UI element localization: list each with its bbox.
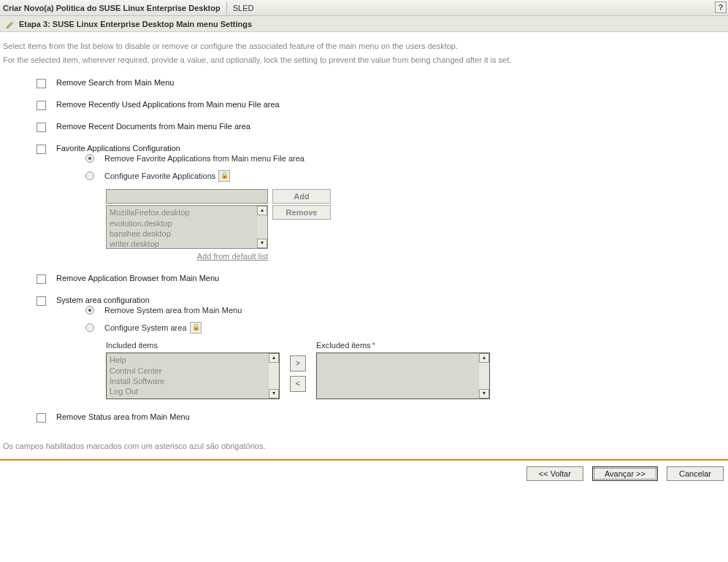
step-title: Etapa 3: SUSE Linux Enterprise Desktop M…	[19, 20, 252, 28]
list-item[interactable]: Control Center	[110, 366, 266, 376]
scroll-down-icon[interactable]: ▾	[269, 389, 279, 399]
lock-icon[interactable]	[218, 170, 230, 182]
fav-app-input[interactable]	[106, 189, 268, 204]
label-fav-remove: Remove Favorite Applications from Main m…	[104, 154, 304, 163]
label-remove-search: Remove Search from Main Menu	[56, 78, 174, 87]
required-asterisk: *	[372, 341, 375, 350]
label-sys-config: System area configuration	[56, 296, 150, 304]
back-button[interactable]: << Voltar	[526, 466, 583, 481]
cancel-button[interactable]: Cancelar	[667, 466, 724, 481]
label-fav-configure: Configure Favorite Applications	[104, 172, 215, 180]
checkbox-remove-app-browser[interactable]	[37, 274, 46, 284]
footer-note: Os campos habilitados marcados com um as…	[0, 437, 728, 456]
label-remove-app-browser: Remove Application Browser from Main Men…	[56, 274, 219, 282]
header-subtitle: SLED	[233, 4, 254, 12]
excluded-items-list[interactable]: ▴ ▾	[316, 353, 490, 399]
included-items-list[interactable]: Help Control Center Install Software Log…	[106, 353, 280, 399]
scrollbar[interactable]: ▴ ▾	[269, 353, 279, 399]
fav-app-list-items: MozillaFirefox.desktop evolution.desktop…	[107, 206, 257, 248]
lock-icon[interactable]	[190, 322, 202, 334]
list-item[interactable]: evolution.desktop	[110, 218, 254, 228]
intro-text: Select items from the list below to disa…	[0, 32, 728, 69]
scroll-down-icon[interactable]: ▾	[257, 239, 267, 248]
excluded-items-content	[317, 353, 479, 399]
checkbox-remove-recent-docs[interactable]	[37, 123, 46, 132]
list-item[interactable]: MozillaFirefox.desktop	[110, 207, 254, 218]
list-item[interactable]: Install Software	[110, 376, 266, 386]
wizard-buttons: << Voltar Avançar >> Cancelar	[0, 465, 728, 487]
list-item[interactable]: writer.desktop	[110, 239, 254, 248]
checkbox-remove-search[interactable]	[37, 79, 46, 88]
scrollbar[interactable]: ▴ ▾	[479, 353, 489, 399]
included-items-label: Included items	[106, 341, 280, 350]
list-item[interactable]: banshee.desktop	[110, 228, 254, 239]
excluded-items-label: Excluded items*	[316, 341, 490, 350]
separator	[0, 459, 728, 461]
radio-fav-configure[interactable]	[85, 172, 94, 180]
fav-app-list[interactable]: MozillaFirefox.desktop evolution.desktop…	[106, 205, 268, 249]
label-sys-remove: Remove System area from Main Menu	[104, 306, 242, 315]
scroll-up-icon[interactable]: ▴	[257, 206, 267, 215]
radio-sys-configure[interactable]	[85, 323, 94, 332]
label-fav-config: Favorite Applications Configuration	[56, 144, 180, 153]
add-button[interactable]: Add	[272, 189, 331, 204]
help-button[interactable]: ?	[715, 1, 727, 13]
checkbox-remove-status[interactable]	[37, 413, 46, 423]
remove-button[interactable]: Remove	[272, 205, 331, 220]
radio-sys-remove[interactable]	[85, 306, 94, 315]
radio-fav-remove[interactable]	[85, 154, 94, 163]
checkbox-fav-config[interactable]	[37, 145, 46, 154]
scroll-up-icon[interactable]: ▴	[479, 353, 489, 363]
step-bar: Etapa 3: SUSE Linux Enterprise Desktop M…	[0, 16, 728, 32]
label-remove-status: Remove Status area from Main Menu	[56, 412, 190, 421]
included-items-content: Help Control Center Install Software Log…	[107, 353, 269, 399]
wand-icon	[4, 19, 15, 29]
window-title: Criar Novo(a) Politica do SUSE Linux Ent…	[3, 4, 221, 12]
checkbox-sys-config[interactable]	[37, 296, 46, 306]
label-remove-recent-apps: Remove Recently Used Applications from M…	[56, 100, 280, 109]
add-from-default-link[interactable]: Add from default list	[106, 252, 268, 261]
form-area: Remove Search from Main Menu Remove Rece…	[0, 69, 728, 437]
next-button[interactable]: Avançar >>	[592, 466, 658, 481]
list-item[interactable]: Log Out	[110, 386, 266, 396]
checkbox-remove-recent-apps[interactable]	[37, 101, 46, 110]
move-left-button[interactable]: <	[290, 376, 306, 392]
move-right-button[interactable]: >	[290, 355, 306, 372]
scroll-down-icon[interactable]: ▾	[479, 389, 489, 399]
list-item[interactable]: Help	[110, 355, 266, 365]
scroll-up-icon[interactable]: ▴	[269, 353, 279, 363]
scrollbar[interactable]: ▴ ▾	[257, 206, 267, 248]
intro-line2: For the selected item, wherever required…	[3, 53, 725, 67]
intro-line1: Select items from the list below to disa…	[3, 39, 725, 53]
label-sys-configure: Configure System area	[104, 323, 187, 332]
label-remove-recent-docs: Remove Recent Documents from Main menu F…	[56, 122, 250, 131]
header-bar: Criar Novo(a) Politica do SUSE Linux Ent…	[0, 0, 728, 16]
